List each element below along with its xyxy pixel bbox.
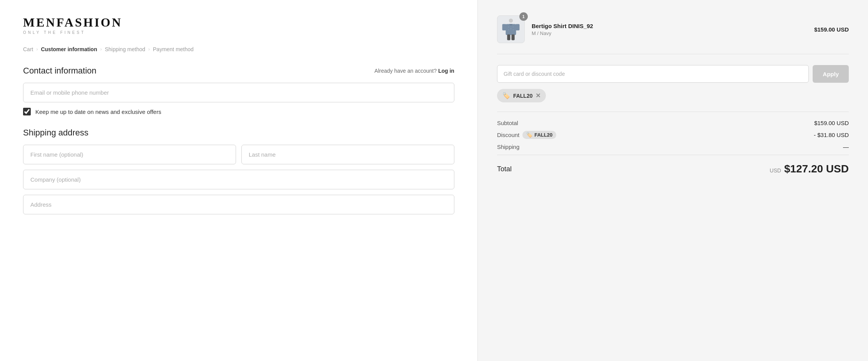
login-prompt: Already have an account? Log in: [374, 68, 454, 74]
shipping-value: —: [843, 144, 849, 150]
last-name-input[interactable]: [241, 145, 454, 164]
logo-title: MENFASHION: [23, 15, 454, 30]
subtotal-row: Subtotal $159.00 USD: [497, 120, 849, 126]
contact-info-title: Contact information: [23, 66, 96, 76]
svg-rect-4: [515, 24, 520, 31]
breadcrumb-customer-info[interactable]: Customer information: [41, 46, 97, 52]
breadcrumb-shipping-method[interactable]: Shipping method: [105, 46, 145, 52]
discount-tag-inline: 🏷️ FALL20: [522, 131, 556, 139]
applied-code-tag: 🏷️ FALL20 ✕: [497, 89, 546, 102]
breadcrumb-payment-method[interactable]: Payment method: [153, 46, 194, 52]
svg-point-11: [510, 28, 511, 29]
svg-point-0: [509, 18, 513, 23]
breadcrumb: Cart › Customer information › Shipping m…: [23, 46, 454, 52]
tag-icon: 🏷️: [502, 92, 510, 99]
svg-rect-3: [502, 24, 506, 31]
product-info: Bertigo Shirt DINIS_92 M / Navy: [532, 23, 807, 36]
discount-label: Discount 🏷️ FALL20: [497, 131, 556, 139]
shipping-row: Shipping —: [497, 144, 849, 150]
svg-point-8: [510, 25, 511, 26]
product-name: Bertigo Shirt DINIS_92: [532, 23, 807, 29]
newsletter-row: Keep me up to date on news and exclusive…: [23, 108, 454, 115]
product-variant: M / Navy: [532, 30, 807, 36]
subtotal-label: Subtotal: [497, 120, 518, 126]
newsletter-label: Keep me up to date on news and exclusive…: [35, 109, 161, 115]
address-input[interactable]: [23, 195, 454, 214]
total-row: Total USD $127.20 USD: [497, 155, 849, 175]
remove-code-button[interactable]: ✕: [535, 93, 540, 99]
summary-section: Subtotal $159.00 USD Discount 🏷️ FALL20 …: [497, 112, 849, 150]
logo-subtitle: ONLY THE FINEST: [23, 30, 454, 35]
left-panel: MENFASHION ONLY THE FINEST Cart › Custom…: [0, 0, 477, 361]
logo: MENFASHION ONLY THE FINEST: [23, 15, 454, 35]
discount-value: - $31.80 USD: [814, 132, 849, 138]
total-currency: USD: [770, 167, 781, 174]
discount-tag-icon: 🏷️: [526, 132, 532, 138]
apply-discount-button[interactable]: Apply: [813, 65, 849, 83]
discount-row-summary: Discount 🏷️ FALL20 - $31.80 USD: [497, 131, 849, 139]
breadcrumb-sep-3: ›: [148, 47, 150, 52]
total-value-wrap: USD $127.20 USD: [770, 163, 849, 175]
product-row: 1 Bertigo Shirt DINIS_92 M / Navy $159.0…: [497, 15, 849, 54]
shipping-address-title: Shipping address: [23, 128, 454, 138]
product-quantity-badge: 1: [519, 12, 528, 21]
total-amount: $127.20 USD: [784, 163, 849, 175]
svg-point-9: [513, 27, 514, 27]
total-label: Total: [497, 165, 512, 173]
subtotal-value: $159.00 USD: [814, 120, 849, 126]
breadcrumb-sep-2: ›: [100, 47, 102, 52]
svg-point-7: [508, 27, 509, 27]
first-name-input[interactable]: [23, 145, 236, 164]
right-panel: 1 Bertigo Shirt DINIS_92 M / Navy $159.0…: [477, 0, 868, 361]
svg-rect-6: [511, 35, 514, 40]
company-input[interactable]: [23, 170, 454, 189]
breadcrumb-cart[interactable]: Cart: [23, 46, 33, 52]
svg-rect-5: [507, 35, 510, 40]
product-price: $159.00 USD: [814, 26, 849, 33]
svg-point-10: [508, 29, 509, 30]
discount-row: Apply: [497, 65, 849, 83]
svg-point-12: [513, 29, 514, 30]
breadcrumb-sep-1: ›: [36, 47, 38, 52]
discount-code-input[interactable]: [497, 65, 809, 83]
contact-info-header: Contact information Already have an acco…: [23, 66, 454, 76]
newsletter-checkbox[interactable]: [23, 108, 31, 115]
shipping-label: Shipping: [497, 144, 519, 150]
applied-code-label: FALL20: [513, 93, 533, 99]
login-link[interactable]: Log in: [438, 68, 454, 74]
name-row: [23, 145, 454, 164]
email-input[interactable]: [23, 83, 454, 102]
product-image-wrap: 1: [497, 15, 525, 43]
